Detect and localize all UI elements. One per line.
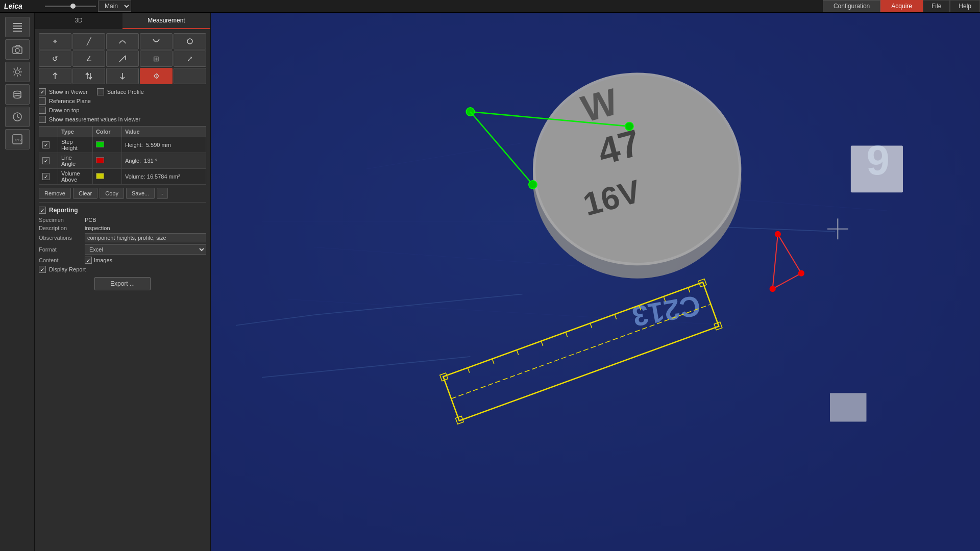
- svg-rect-2: [13, 28, 22, 29]
- help-menu[interactable]: Help: [950, 0, 980, 12]
- reporting-checkbox[interactable]: [39, 207, 46, 214]
- tab-measurement[interactable]: Measurement: [122, 13, 210, 29]
- row2-color: [92, 153, 121, 169]
- row2-type: LineAngle: [58, 153, 92, 169]
- svg-point-60: [798, 270, 804, 276]
- sidebar-icon-clock[interactable]: [5, 107, 30, 127]
- svg-point-6: [15, 70, 19, 74]
- main-dropdown[interactable]: Main: [98, 1, 131, 12]
- svg-line-21: [17, 117, 19, 118]
- images-label: Images: [94, 257, 112, 263]
- svg-rect-0: [13, 23, 22, 24]
- table-row: LineAngle Angle: 131 °: [39, 153, 206, 169]
- sidebar-icon-light[interactable]: [5, 62, 30, 82]
- show-measurement-label: Show measurement values in viewer: [49, 116, 140, 122]
- row3-checkbox[interactable]: [42, 173, 50, 180]
- reporting-label: Reporting: [49, 207, 78, 214]
- col-value: Value: [121, 127, 206, 137]
- action-row: Remove Clear Copy Save... -: [39, 188, 206, 199]
- sidebar-icon-3d-xyz[interactable]: XYZ: [5, 129, 30, 149]
- observations-row: Observations: [39, 233, 206, 242]
- tool-grid: ⌖ ╱ ↺ ∠ ⊞ ⤢: [39, 33, 206, 84]
- svg-line-14: [14, 74, 15, 76]
- svg-rect-49: [851, 145, 903, 192]
- slider-knob[interactable]: [70, 4, 76, 9]
- svg-point-59: [775, 231, 781, 237]
- tool-grid[interactable]: ⊞: [140, 51, 173, 67]
- show-in-viewer-row: Show in Viewer Surface Profile: [39, 88, 206, 95]
- description-label: Description: [39, 225, 85, 231]
- tool-z-down[interactable]: [106, 68, 139, 84]
- reporting-section-header: Reporting: [39, 207, 206, 214]
- row3-value: Volume: 16.5784 mm²: [121, 169, 206, 185]
- tab-configuration[interactable]: Configuration: [823, 0, 880, 12]
- svg-line-12: [19, 74, 21, 76]
- save-button[interactable]: Save...: [126, 188, 155, 199]
- display-report-checkbox[interactable]: [39, 266, 46, 273]
- tool-select[interactable]: ⌖: [39, 33, 71, 49]
- tool-z-up[interactable]: [39, 68, 71, 84]
- tool-line[interactable]: ╱: [72, 33, 105, 49]
- file-menu[interactable]: File: [923, 0, 950, 12]
- row2-checkbox[interactable]: [42, 157, 50, 164]
- row1-color: [92, 137, 121, 153]
- svg-point-24: [187, 39, 192, 44]
- tool-z-dual[interactable]: [72, 68, 105, 84]
- reference-plane-checkbox[interactable]: [39, 97, 46, 105]
- format-label: Format: [39, 246, 85, 253]
- svg-point-55: [529, 181, 537, 189]
- menu-right: File Help: [923, 0, 980, 12]
- top-bar: Leica Main Configuration Acquire File He…: [0, 0, 980, 13]
- svg-line-25: [119, 56, 126, 62]
- tab-3d[interactable]: 3D: [35, 13, 122, 29]
- svg-point-61: [770, 286, 776, 292]
- draw-on-top-label: Draw on top: [49, 107, 79, 113]
- export-button[interactable]: Export ...: [94, 277, 151, 290]
- slider-track[interactable]: [45, 6, 96, 7]
- format-select[interactable]: Excel: [85, 244, 206, 255]
- display-report-row: Display Report: [39, 266, 206, 273]
- tool-arc2[interactable]: [140, 33, 173, 49]
- show-measurement-checkbox[interactable]: [39, 116, 46, 123]
- panel-tabs: 3D Measurement: [35, 13, 210, 29]
- row3-type: VolumeAbove: [58, 169, 92, 185]
- tool-undo[interactable]: ↺: [39, 51, 71, 67]
- measurement-table: Type Color Value StepHeight Height: 5.59…: [39, 126, 206, 185]
- sidebar-icon-list[interactable]: [5, 17, 30, 37]
- format-row: Format Excel: [39, 244, 206, 255]
- tool-perpendicular[interactable]: [106, 51, 139, 67]
- sidebar-icon-cylinder[interactable]: [5, 84, 30, 105]
- images-checkbox[interactable]: [85, 257, 92, 264]
- remove-button[interactable]: Remove: [39, 188, 71, 199]
- col-checkbox: [39, 127, 58, 137]
- sidebar-icon-camera[interactable]: [5, 39, 30, 60]
- show-in-viewer-checkbox[interactable]: [39, 88, 46, 95]
- tab-acquire[interactable]: Acquire: [880, 0, 923, 12]
- table-row: StepHeight Height: 5.590 mm: [39, 137, 206, 153]
- row1-checkbox[interactable]: [42, 141, 50, 148]
- icon-sidebar: XYZ: [0, 13, 35, 551]
- tool-angle[interactable]: ∠: [72, 51, 105, 67]
- copy-button[interactable]: Copy: [100, 188, 124, 199]
- tool-expand[interactable]: ⤢: [174, 51, 206, 67]
- svg-line-11: [14, 68, 15, 70]
- clear-button[interactable]: Clear: [73, 188, 97, 199]
- tool-circle[interactable]: [174, 33, 206, 49]
- logo-text: Leica: [4, 2, 22, 10]
- svg-point-18: [14, 96, 21, 98]
- surface-profile-checkbox[interactable]: [97, 88, 104, 95]
- logo-slider: Main: [41, 1, 813, 12]
- specimen-label: Specimen: [39, 217, 85, 223]
- content-row: Content Images: [39, 257, 206, 264]
- specimen-value: PCB: [85, 217, 96, 223]
- draw-on-top-checkbox[interactable]: [39, 107, 46, 114]
- view-area[interactable]: W 47 16V C213 9: [211, 13, 980, 551]
- surface-profile-label: Surface Profile: [107, 89, 144, 95]
- row3-color: [92, 169, 121, 185]
- tool-settings[interactable]: ⚙: [140, 68, 173, 84]
- observations-input[interactable]: [85, 233, 206, 242]
- minus-button[interactable]: -: [157, 188, 168, 199]
- show-measurement-row: Show measurement values in viewer: [39, 116, 206, 123]
- svg-point-53: [625, 122, 633, 130]
- tool-arc1[interactable]: [106, 33, 139, 49]
